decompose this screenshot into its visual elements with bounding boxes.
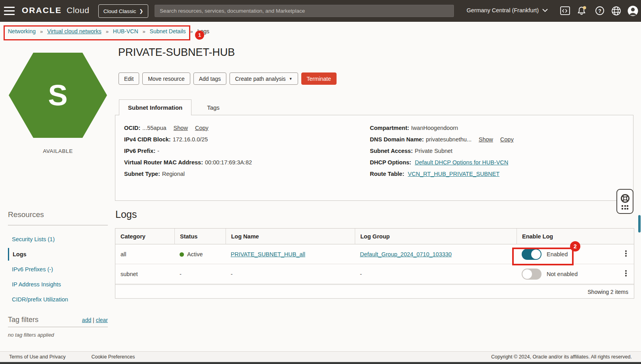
field-ocid: OCID:...55apua Show Copy: [124, 125, 209, 131]
subnet-information-panel: OCID:...55apua Show Copy IPv4 CIDR Block…: [115, 115, 633, 201]
row-actions-menu-icon[interactable]: [623, 270, 629, 278]
user-avatar[interactable]: [627, 5, 638, 16]
field-virtual-router-mac: Virtual Router MAC Address:00:00:17:69:3…: [124, 159, 252, 166]
cloud-classic-button[interactable]: Cloud Classic ❯: [98, 4, 148, 18]
divider: [8, 327, 108, 327]
window-bottom-edge: [0, 362, 641, 364]
svg-text:?: ?: [598, 8, 601, 14]
cell-category: subnet: [115, 264, 174, 284]
cloud-classic-label: Cloud Classic: [103, 8, 136, 14]
tag-filter-links: add | clear: [8, 317, 108, 323]
create-path-analysis-label: Create path analysis: [235, 76, 286, 82]
log-group-link[interactable]: Default_Group_2024_0710_103330: [360, 251, 452, 257]
column-header-log-name: Log Name: [226, 229, 355, 244]
terms-link[interactable]: Terms of Use and Privacy: [9, 354, 65, 360]
field-dhcp-options: DHCP Options: Default DHCP Options for H…: [370, 159, 508, 166]
annotation-badge-1: 1: [195, 30, 204, 40]
table-row-subnet: subnet - - - Not enabled: [115, 264, 634, 284]
cell-enable-log: Not enabled: [517, 264, 634, 284]
logs-section-title: Logs: [115, 209, 137, 220]
field-route-table: Route Table: VCN_RT_HUB_PRIVATE_SUBNET: [370, 171, 499, 177]
oracle-cloud-logo[interactable]: ORACLE Cloud: [22, 6, 89, 15]
sidebar-item-ipv6-prefixes[interactable]: IPv6 Prefixes (-): [8, 263, 108, 276]
active-status-dot: [180, 252, 184, 257]
chevron-right-icon: ❯: [139, 8, 143, 14]
cell-status: -: [174, 264, 226, 284]
divider: [8, 225, 108, 225]
action-buttons: Edit Move resource Add tags Create path …: [119, 72, 337, 85]
top-bar: ORACLE Cloud Cloud Classic ❯ Germany Cen…: [0, 0, 641, 22]
region-selector[interactable]: Germany Central (Frankfurt): [467, 7, 548, 13]
ocid-show-link[interactable]: Show: [174, 125, 188, 131]
cell-log-name: PRIVATE_SUBNET_HUB_all: [226, 244, 355, 264]
resources-nav: Security Lists (1) Logs IPv6 Prefixes (-…: [8, 233, 108, 308]
cell-status: Active: [174, 244, 226, 264]
tag-clear-link[interactable]: clear: [96, 317, 108, 323]
sidebar-item-security-lists[interactable]: Security Lists (1): [8, 233, 108, 246]
ocid-copy-link[interactable]: Copy: [195, 125, 209, 131]
copyright-text: Copyright © 2024, Oracle and/or its affi…: [491, 354, 632, 360]
help-widget[interactable]: [616, 189, 633, 214]
tag-link-divider: |: [93, 317, 94, 323]
dns-copy-link[interactable]: Copy: [500, 136, 514, 143]
dns-show-link[interactable]: Show: [478, 136, 493, 143]
field-ipv6-prefix: IPv6 Prefix:-: [124, 148, 159, 154]
logs-table-header: Category Status Log Name Log Group Enabl…: [115, 229, 634, 244]
add-tags-button[interactable]: Add tags: [193, 72, 226, 85]
globe-language-icon[interactable]: [610, 5, 622, 16]
create-path-analysis-button[interactable]: Create path analysis ▼: [230, 72, 298, 85]
field-dns-domain-name: DNS Domain Name:privatesubnethu... Show …: [370, 136, 514, 143]
field-subnet-access: Subnet Access:Private Subnet: [370, 148, 452, 154]
cell-category: all: [115, 244, 174, 264]
help-icon[interactable]: ?: [594, 5, 605, 16]
brand-cloud: Cloud: [67, 6, 89, 15]
annotation-box-1: [4, 25, 190, 40]
scrollbar-thumb[interactable]: [638, 215, 641, 233]
row-actions-menu-icon[interactable]: [623, 250, 629, 258]
log-name-link[interactable]: PRIVATE_SUBNET_HUB_all: [231, 251, 305, 257]
tag-add-link[interactable]: add: [82, 317, 91, 323]
column-header-status: Status: [174, 229, 226, 244]
annotation-box-2: [512, 248, 574, 265]
enable-log-toggle-off[interactable]: [522, 269, 542, 280]
page-footer: Terms of Use and Privacy Cookie Preferen…: [0, 351, 641, 362]
status-label: AVAILABLE: [9, 148, 107, 154]
terminate-button[interactable]: Terminate: [301, 72, 337, 85]
hamburger-menu-icon[interactable]: [4, 7, 15, 15]
caret-down-icon: ▼: [289, 77, 293, 81]
field-subnet-type: Subnet Type:Regional: [124, 171, 185, 177]
page-title: PRIVATE-SUBNET-HUB: [118, 46, 235, 59]
dhcp-options-link[interactable]: Default DHCP Options for HUB-VCN: [415, 159, 508, 166]
tab-subnet-information[interactable]: Subnet Information: [119, 99, 191, 115]
breadcrumb-separator: »: [190, 29, 193, 34]
console-icon[interactable]: [559, 5, 570, 16]
tab-tags[interactable]: Tags: [199, 99, 227, 115]
subnet-icon-letter: S: [48, 78, 67, 112]
no-tag-filters-note: no tag filters applied: [8, 332, 54, 338]
field-compartment: Compartment:IwanHoogendoorn: [370, 125, 458, 131]
cell-log-group: Default_Group_2024_0710_103330: [355, 244, 517, 264]
chevron-down-icon: [542, 9, 548, 12]
app-grid-icon: [622, 205, 628, 210]
sidebar-item-ip-address-insights[interactable]: IP Address Insights: [8, 278, 108, 291]
page: ORACLE Cloud Cloud Classic ❯ Germany Cen…: [0, 0, 641, 364]
cookie-preferences-link[interactable]: Cookie Preferences: [91, 354, 135, 360]
table-footer: Showing 2 items: [115, 284, 634, 299]
notifications-bell-icon[interactable]: [576, 5, 587, 16]
column-header-log-group: Log Group: [355, 229, 517, 244]
cell-log-name: -: [226, 264, 355, 284]
move-resource-button[interactable]: Move resource: [142, 72, 190, 85]
edit-button[interactable]: Edit: [119, 72, 139, 85]
cell-log-group: -: [355, 264, 517, 284]
search-input[interactable]: [155, 5, 454, 17]
sidebar-item-logs[interactable]: Logs: [8, 248, 108, 261]
resources-title: Resources: [8, 210, 44, 219]
region-label: Germany Central (Frankfurt): [467, 7, 539, 13]
field-ipv4-cidr: IPv4 CIDR Block:172.16.0.0/25: [124, 136, 208, 143]
annotation-badge-2: 2: [570, 241, 580, 252]
subnet-hexagon-icon: S: [9, 53, 107, 138]
brand-oracle: ORACLE: [22, 6, 62, 15]
sidebar-item-cidr-prefix-utilization[interactable]: CIDR/prefix Utilization: [8, 293, 108, 306]
column-header-category: Category: [115, 229, 174, 244]
route-table-link[interactable]: VCN_RT_HUB_PRIVATE_SUBNET: [408, 171, 499, 177]
